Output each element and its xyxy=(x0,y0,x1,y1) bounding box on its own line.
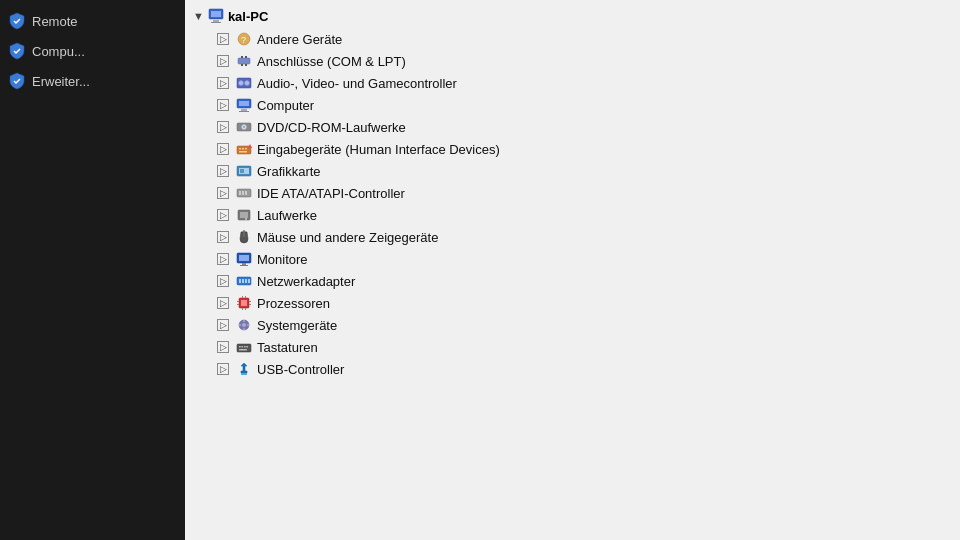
expand-netzwerk[interactable]: ▷ xyxy=(217,275,229,287)
sidebar-item-compu[interactable]: Compu... xyxy=(0,36,185,66)
icon-anschluesse xyxy=(236,53,252,69)
tree-root[interactable]: ▼ kal-PC xyxy=(185,4,960,28)
svg-rect-46 xyxy=(248,279,250,283)
svg-rect-2 xyxy=(213,20,219,22)
svg-point-20 xyxy=(243,126,245,128)
svg-rect-7 xyxy=(241,56,243,58)
shield-icon-remote xyxy=(8,12,26,30)
icon-prozessoren xyxy=(236,295,252,311)
icon-audio xyxy=(236,75,252,91)
svg-rect-63 xyxy=(237,344,251,352)
expand-dvd[interactable]: ▷ xyxy=(217,121,229,133)
tree-item-ide[interactable]: ▷ IDE ATA/ATAPI-Controller xyxy=(185,182,960,204)
expand-prozessoren[interactable]: ▷ xyxy=(217,297,229,309)
tree-item-audio[interactable]: ▷ Audio-, Video- und Gamecontroller xyxy=(185,72,960,94)
sidebar-label-compu: Compu... xyxy=(32,44,85,59)
svg-rect-55 xyxy=(237,304,239,305)
expand-monitore[interactable]: ▷ xyxy=(217,253,229,265)
expand-audio[interactable]: ▷ xyxy=(217,77,229,89)
expand-eingabe[interactable]: ▷ xyxy=(217,143,229,155)
expand-systemgeraete[interactable]: ▷ xyxy=(217,319,229,331)
svg-rect-16 xyxy=(241,109,247,111)
tree-item-systemgeraete[interactable]: ▷ Systemgeräte xyxy=(185,314,960,336)
svg-rect-32 xyxy=(245,191,247,195)
icon-monitore xyxy=(236,251,252,267)
tree-item-grafik[interactable]: ▷ Grafikkarte xyxy=(185,160,960,182)
svg-rect-31 xyxy=(242,191,244,195)
expand-grafik[interactable]: ▷ xyxy=(217,165,229,177)
svg-rect-10 xyxy=(245,64,247,66)
svg-rect-23 xyxy=(242,148,244,150)
expand-anschluesse[interactable]: ▷ xyxy=(217,55,229,67)
tree-item-tastaturen[interactable]: ▷ Tastaturen xyxy=(185,336,960,358)
svg-rect-25 xyxy=(239,151,247,153)
sidebar-item-remote[interactable]: Remote xyxy=(0,6,185,36)
sidebar: Remote Compu... Erweiter... xyxy=(0,0,185,540)
svg-rect-48 xyxy=(241,300,247,306)
label-ide: IDE ATA/ATAPI-Controller xyxy=(257,186,405,201)
sidebar-label-erweiter: Erweiter... xyxy=(32,74,90,89)
svg-rect-66 xyxy=(244,346,246,348)
svg-rect-54 xyxy=(249,301,251,302)
tree-item-andere[interactable]: ▷ ? Andere Geräte xyxy=(185,28,960,50)
svg-rect-51 xyxy=(242,308,243,310)
label-audio: Audio-, Video- und Gamecontroller xyxy=(257,76,457,91)
icon-maeuse xyxy=(236,229,252,245)
svg-rect-68 xyxy=(239,349,247,351)
svg-rect-22 xyxy=(239,148,241,150)
icon-tastaturen xyxy=(236,339,252,355)
expand-usb[interactable]: ▷ xyxy=(217,363,229,375)
tree-item-dvd[interactable]: ▷ DVD/CD-ROM-Laufwerke xyxy=(185,116,960,138)
label-computer: Computer xyxy=(257,98,314,113)
svg-rect-50 xyxy=(245,296,246,298)
svg-point-12 xyxy=(239,81,244,86)
label-systemgeraete: Systemgeräte xyxy=(257,318,337,333)
svg-rect-64 xyxy=(239,346,241,348)
expand-laufwerke[interactable]: ▷ xyxy=(217,209,229,221)
expand-andere[interactable]: ▷ xyxy=(217,33,229,45)
svg-rect-44 xyxy=(242,279,244,283)
label-andere: Andere Geräte xyxy=(257,32,342,47)
icon-netzwerk xyxy=(236,273,252,289)
label-usb: USB-Controller xyxy=(257,362,344,377)
label-maeuse: Mäuse und andere Zeigegeräte xyxy=(257,230,438,245)
expand-tastaturen[interactable]: ▷ xyxy=(217,341,229,353)
svg-text:?: ? xyxy=(241,35,246,45)
svg-rect-49 xyxy=(242,296,243,298)
tree-item-computer[interactable]: ▷ Computer xyxy=(185,94,960,116)
main-content: ▼ kal-PC ▷ ? Andere Geräte ▷ xyxy=(185,0,960,540)
tree-container: ▼ kal-PC ▷ ? Andere Geräte ▷ xyxy=(185,0,960,540)
sidebar-label-remote: Remote xyxy=(32,14,78,29)
svg-rect-67 xyxy=(247,346,249,348)
label-dvd: DVD/CD-ROM-Laufwerke xyxy=(257,120,406,135)
svg-rect-15 xyxy=(239,101,249,106)
tree-item-prozessoren[interactable]: ▷ Prozessoren xyxy=(185,292,960,314)
expand-computer[interactable]: ▷ xyxy=(217,99,229,111)
tree-item-eingabe[interactable]: ▷ Eingabegeräte (Human Interface Devices… xyxy=(185,138,960,160)
svg-rect-65 xyxy=(242,346,244,348)
tree-item-usb[interactable]: ▷ USB-Controller xyxy=(185,358,960,380)
icon-systemgeraete xyxy=(236,317,252,333)
icon-laufwerke xyxy=(236,207,252,223)
tree-root-label: kal-PC xyxy=(228,9,268,24)
computer-root-icon xyxy=(208,8,224,24)
tree-item-maeuse[interactable]: ▷ Mäuse und andere Zeigegeräte xyxy=(185,226,960,248)
svg-rect-3 xyxy=(211,22,221,23)
svg-rect-34 xyxy=(240,212,248,218)
svg-rect-41 xyxy=(240,265,248,266)
label-anschluesse: Anschlüsse (COM & LPT) xyxy=(257,54,406,69)
icon-ide xyxy=(236,185,252,201)
tree-item-laufwerke[interactable]: ▷ Laufwerke xyxy=(185,204,960,226)
svg-rect-9 xyxy=(241,64,243,66)
tree-item-netzwerk[interactable]: ▷ Netzwerkadapter xyxy=(185,270,960,292)
svg-rect-30 xyxy=(239,191,241,195)
label-eingabe: Eingabegeräte (Human Interface Devices) xyxy=(257,142,500,157)
tree-item-monitore[interactable]: ▷ Monitore xyxy=(185,248,960,270)
svg-point-13 xyxy=(245,81,250,86)
expand-maeuse[interactable]: ▷ xyxy=(217,231,229,243)
expand-ide[interactable]: ▷ xyxy=(217,187,229,199)
tree-item-anschluesse[interactable]: ▷ Anschlüsse (COM & LPT) xyxy=(185,50,960,72)
icon-andere: ? xyxy=(236,31,252,47)
sidebar-item-erweiter[interactable]: Erweiter... xyxy=(0,66,185,96)
svg-rect-24 xyxy=(245,148,247,150)
